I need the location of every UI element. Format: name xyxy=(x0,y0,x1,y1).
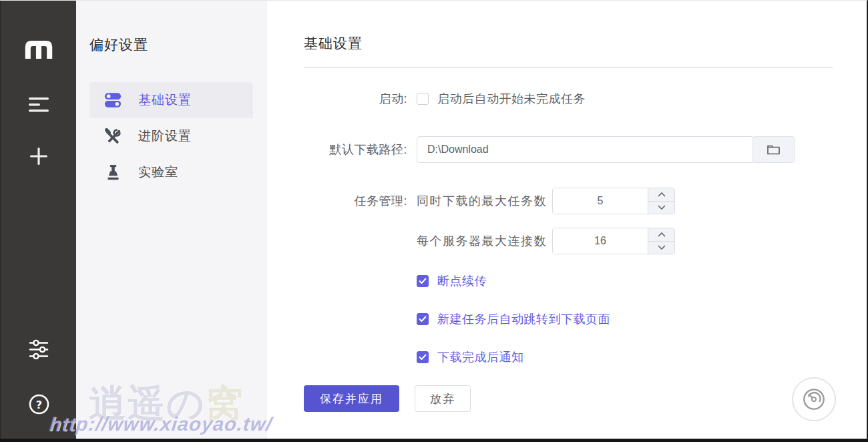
download-path-input[interactable] xyxy=(417,136,754,163)
checkbox-label: 断点续传 xyxy=(437,273,487,289)
spinner-arrows xyxy=(648,228,674,254)
checkbox-label: 启动后自动开始未完成任务 xyxy=(437,91,586,107)
add-task-button[interactable] xyxy=(29,147,48,166)
folder-icon xyxy=(767,144,781,156)
menu-item-label: 基础设置 xyxy=(138,91,192,109)
jump-option-row: 新建任务后自动跳转到下载页面 xyxy=(304,306,833,333)
max-tasks-input[interactable] xyxy=(553,188,648,214)
motrix-logo xyxy=(25,41,53,59)
preferences-sliders-icon xyxy=(28,339,50,361)
max-tasks-spinner xyxy=(552,188,675,214)
notify-option-row: 下载完成后通知 xyxy=(304,344,833,371)
browse-folder-button[interactable] xyxy=(752,136,795,163)
app-window: ? 偏好设置 基础设置 xyxy=(0,0,868,442)
add-task-icon xyxy=(29,147,48,166)
title-divider xyxy=(304,67,833,68)
max-connections-label: 每个服务器最大连接数 xyxy=(417,233,547,249)
max-connections-input[interactable] xyxy=(553,228,648,254)
resume-checkbox[interactable]: 断点续传 xyxy=(417,273,833,289)
task-management-label: 任务管理: xyxy=(304,193,407,209)
resume-option-row: 断点续传 xyxy=(304,268,833,294)
menu-item-label: 实验室 xyxy=(138,164,178,181)
help-button[interactable]: ? xyxy=(29,394,49,415)
increment-button[interactable] xyxy=(648,228,674,242)
download-path-group xyxy=(417,136,795,163)
decrement-button[interactable] xyxy=(648,202,674,214)
spinner-arrows xyxy=(648,188,674,214)
chevron-down-icon xyxy=(658,245,666,250)
chevron-down-icon xyxy=(658,205,666,210)
checkbox-label: 下载完成后通知 xyxy=(437,349,524,365)
menu-item-basic-settings[interactable]: 基础设置 xyxy=(89,82,253,118)
toggles-icon xyxy=(104,91,122,109)
chevron-up-icon xyxy=(658,232,666,237)
checkbox-box[interactable] xyxy=(417,275,429,287)
jump-to-downloads-checkbox[interactable]: 新建任务后自动跳转到下载页面 xyxy=(417,311,833,327)
form-actions: 保存并应用 放弃 xyxy=(304,385,833,412)
decrement-button[interactable] xyxy=(648,242,674,254)
menu-item-advanced-settings[interactable]: 进阶设置 xyxy=(89,118,253,154)
preferences-button[interactable] xyxy=(28,339,50,361)
discard-button[interactable]: 放弃 xyxy=(415,385,471,412)
check-icon xyxy=(419,354,427,361)
download-path-row: 默认下载路径: xyxy=(304,136,833,163)
page-title: 基础设置 xyxy=(304,34,833,53)
save-apply-button[interactable]: 保存并应用 xyxy=(304,385,399,412)
settings-content: 基础设置 启动: 启动后自动开始未完成任务 默认下载路径: xyxy=(267,1,867,439)
basic-settings-form: 启动: 启动后自动开始未完成任务 默认下载路径: xyxy=(304,85,833,412)
notify-on-complete-checkbox[interactable]: 下载完成后通知 xyxy=(417,349,833,365)
checkbox-box[interactable] xyxy=(417,93,429,105)
download-path-label: 默认下载路径: xyxy=(304,142,407,158)
max-connections-field: 每个服务器最大连接数 xyxy=(417,228,833,254)
tools-icon xyxy=(104,128,122,145)
preferences-menu: 基础设置 进阶设置 xyxy=(89,82,253,190)
help-question-icon: ? xyxy=(29,394,49,415)
checkbox-box[interactable] xyxy=(417,351,429,363)
speed-limit-button[interactable] xyxy=(792,377,836,421)
chevron-up-icon xyxy=(658,192,666,197)
preferences-panel: 偏好设置 基础设置 xyxy=(76,1,267,439)
checkbox-label: 新建任务后自动跳转到下载页面 xyxy=(437,311,610,327)
svg-text:?: ? xyxy=(35,399,41,411)
max-tasks-field: 同时下载的最大任务数 xyxy=(417,188,833,214)
lab-stamp-icon xyxy=(104,164,122,181)
max-connections-spinner xyxy=(552,228,675,254)
max-connections-row: 每个服务器最大连接数 xyxy=(304,228,833,254)
max-tasks-row: 任务管理: 同时下载的最大任务数 xyxy=(304,188,833,214)
check-icon xyxy=(419,278,427,284)
startup-row: 启动: 启动后自动开始未完成任务 xyxy=(304,85,833,112)
check-icon xyxy=(419,316,427,322)
menu-item-lab[interactable]: 实验室 xyxy=(89,154,253,190)
max-tasks-label: 同时下载的最大任务数 xyxy=(417,193,547,209)
panel-title: 偏好设置 xyxy=(89,35,253,54)
speedometer-icon xyxy=(799,385,829,414)
motrix-logo-icon xyxy=(25,41,53,59)
startup-label: 启动: xyxy=(304,91,407,107)
startup-resume-checkbox[interactable]: 启动后自动开始未完成任务 xyxy=(417,91,833,107)
app-sidebar: ? xyxy=(0,1,76,439)
increment-button[interactable] xyxy=(648,188,674,202)
task-list-button[interactable] xyxy=(28,96,49,114)
checkbox-box[interactable] xyxy=(417,313,429,325)
task-list-icon xyxy=(28,96,49,114)
menu-item-label: 进阶设置 xyxy=(138,128,192,145)
